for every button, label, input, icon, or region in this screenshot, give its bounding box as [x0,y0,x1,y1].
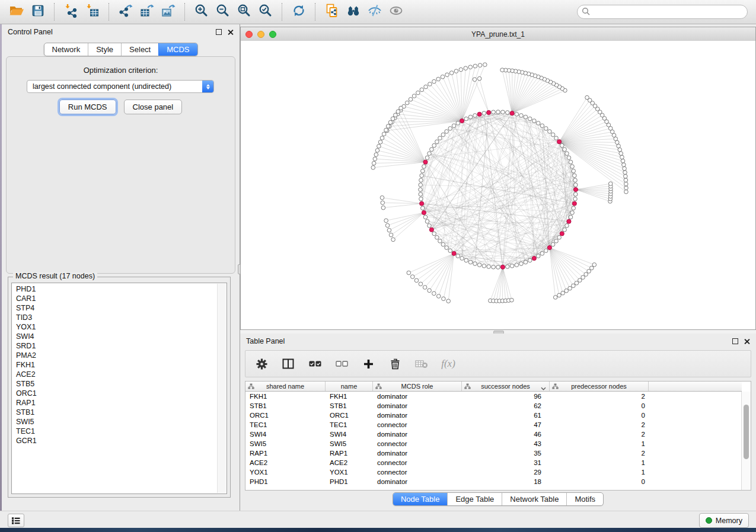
zoom-fit-button[interactable] [234,2,255,22]
graph-satellite-node[interactable] [568,286,572,290]
graph-satellite-node[interactable] [405,101,409,105]
graph-satellite-node[interactable] [459,68,463,72]
graph-node[interactable] [572,206,576,210]
graph-node[interactable] [468,260,473,264]
graph-node[interactable] [532,119,537,123]
graph-node[interactable] [432,232,436,236]
graph-node[interactable] [448,249,452,253]
graph-satellite-node[interactable] [396,110,400,114]
graph-satellite-node[interactable] [436,294,441,299]
graph-satellite-node[interactable] [578,278,582,283]
run-mcds-button[interactable]: Run MCDS [59,100,116,114]
graph-node[interactable] [505,111,509,115]
graph-satellite-node[interactable] [618,148,622,152]
graph-satellite-node[interactable] [561,291,565,295]
graph-node[interactable] [573,178,578,182]
mcds-result-item[interactable]: SWI5 [12,417,217,427]
float-panel-icon[interactable] [732,338,738,344]
graph-node[interactable] [464,117,468,121]
graph-satellite-node[interactable] [375,149,379,153]
graph-satellite-node[interactable] [564,289,569,293]
graph-satellite-node[interactable] [372,161,376,165]
graph-satellite-node[interactable] [384,219,388,223]
graph-node[interactable] [515,113,519,117]
tab-select[interactable]: Select [121,43,158,56]
graph-node[interactable] [554,239,559,243]
graph-satellite-node[interactable] [424,85,428,89]
search-network-button[interactable] [343,2,364,22]
graph-hub-node[interactable] [557,140,562,144]
table-scrollbar-track[interactable] [741,392,751,490]
graph-satellite-node[interactable] [391,117,395,121]
select-all-button[interactable] [308,357,321,370]
graph-node[interactable] [425,219,429,223]
table-row[interactable]: SWI4SWI4dominator462 [245,430,742,439]
import-network-button[interactable] [60,2,82,22]
mcds-result-item[interactable]: CAR1 [12,294,217,303]
mcds-result-item[interactable]: STB1 [12,408,217,417]
graph-node[interactable] [573,197,578,201]
graph-node[interactable] [573,193,578,197]
mcds-result-item[interactable]: SRD1 [12,341,217,351]
delete-column-button[interactable] [388,357,401,370]
graph-node[interactable] [419,188,423,192]
column-header-name[interactable]: name [326,382,373,391]
graph-node[interactable] [425,156,429,160]
graph-satellite-node[interactable] [388,120,393,124]
graph-hub-node[interactable] [429,227,433,232]
graph-node[interactable] [560,143,564,148]
graph-node[interactable] [557,235,562,239]
graph-node[interactable] [464,258,468,262]
table-row[interactable]: ORC1ORC1dominator610 [245,411,742,420]
graph-node[interactable] [505,265,509,269]
graph-node[interactable] [540,124,544,128]
graph-hub-node[interactable] [487,110,491,114]
table-row[interactable]: STB1STB1dominator620 [245,401,742,411]
graph-hub-node[interactable] [477,112,481,116]
graph-node[interactable] [428,152,432,156]
graph-satellite-node[interactable] [585,95,589,100]
graph-node[interactable] [473,262,477,266]
hide-graphics-details-button[interactable] [364,2,385,22]
graph-node[interactable] [551,242,555,246]
graph-node[interactable] [492,265,496,269]
graph-satellite-node[interactable] [624,190,629,194]
graph-node[interactable] [492,110,496,114]
graph-node[interactable] [569,215,573,219]
graph-hub-node[interactable] [452,251,456,255]
graph-hub-node[interactable] [422,210,426,214]
graph-satellite-node[interactable] [382,132,386,136]
graph-satellite-node[interactable] [384,128,388,132]
graph-node[interactable] [536,121,540,126]
graph-hub-node[interactable] [573,187,578,191]
graph-hub-node[interactable] [560,232,564,236]
graph-satellite-node[interactable] [553,296,557,300]
graph-node[interactable] [528,258,532,262]
function-builder-button[interactable]: f(x) [442,357,455,370]
graph-node[interactable] [510,264,514,268]
graph-satellite-node[interactable] [416,91,420,95]
mcds-result-item[interactable]: YOX1 [12,322,217,332]
table-row[interactable]: RAP1RAP1dominator352 [245,448,742,458]
graph-satellite-node[interactable] [473,78,477,82]
graph-hub-node[interactable] [423,160,428,164]
status-menu-button[interactable] [8,514,24,527]
graph-node[interactable] [524,260,528,264]
tab-style[interactable]: Style [88,43,121,56]
graph-node[interactable] [544,127,548,131]
tab-edge-table[interactable]: Edge Table [447,493,502,505]
graph-satellite-node[interactable] [441,75,445,79]
export-table-button[interactable] [136,2,158,22]
mcds-result-item[interactable]: SWI4 [12,332,217,341]
graph-node[interactable] [524,115,528,119]
tab-node-table[interactable]: Node Table [393,493,448,505]
graph-hub-node[interactable] [500,265,505,269]
graph-satellite-node[interactable] [473,64,477,68]
graph-node[interactable] [420,174,424,178]
graph-satellite-node[interactable] [428,82,432,86]
graph-node[interactable] [567,156,571,160]
memory-button[interactable]: Memory [699,513,749,528]
graph-node[interactable] [473,114,477,118]
graph-node[interactable] [569,160,573,164]
mcds-result-item[interactable]: ACE2 [12,370,217,379]
